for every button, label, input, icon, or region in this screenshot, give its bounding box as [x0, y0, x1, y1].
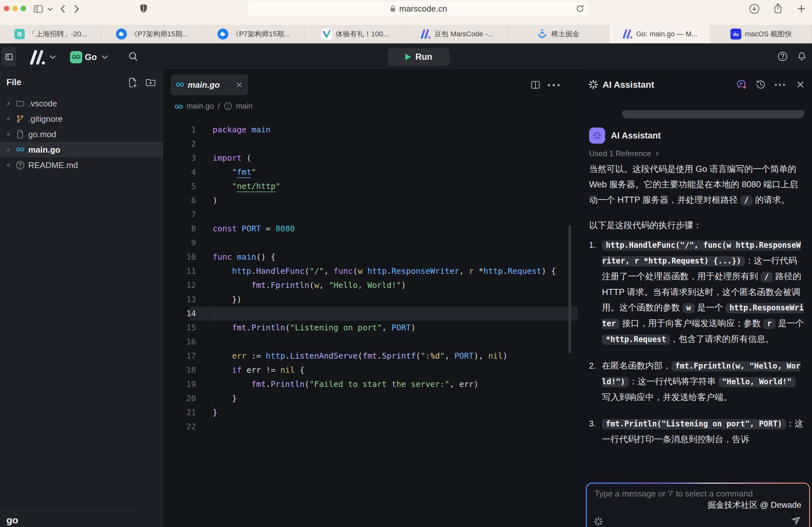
line-number: 11	[163, 264, 196, 278]
file-item-main-go[interactable]: GOmain.go	[0, 142, 163, 157]
reload-icon[interactable]	[576, 4, 584, 13]
file-item-readme-md[interactable]: README.md	[0, 157, 163, 173]
logo-chevron-icon[interactable]	[49, 54, 57, 60]
topbar-divider	[118, 51, 118, 63]
share-icon[interactable]	[773, 3, 782, 14]
breadcrumb-file[interactable]: main.go	[186, 102, 214, 111]
browser-tabstrip: B「上海招聘」-20...《P7架构师15期...《P7架构师15期...体验有…	[0, 25, 812, 43]
message-intro: 当然可以。这段代码是使用 Go 语言编写的一个简单的 Web 服务器。它的主要功…	[589, 161, 805, 208]
new-chat-icon[interactable]	[736, 79, 747, 90]
help-icon[interactable]	[778, 52, 787, 61]
file-item--vscode[interactable]: .vscode	[0, 96, 163, 111]
project-chevron-icon[interactable]	[101, 54, 108, 60]
golang-icon: GO	[15, 145, 25, 155]
file-panel-title: File	[6, 77, 21, 87]
tab-label: 《P7架构师15期...	[130, 29, 188, 39]
code-line: 2	[163, 137, 578, 151]
assistant-close-icon[interactable]	[796, 80, 805, 89]
line-number: 5	[163, 179, 196, 194]
message-text: 写入到响应中，并发送给客户端。	[602, 393, 732, 402]
sidebar-bottom-divider	[0, 512, 140, 512]
code-line: 6)	[163, 194, 578, 208]
panel-icon	[4, 53, 14, 61]
browser-tab[interactable]: 豆包 MarsCode -...	[406, 25, 508, 43]
browser-tab[interactable]: 体验有礼！100...	[304, 25, 406, 43]
inline-code-chip: w	[683, 303, 695, 313]
browser-tab[interactable]: dumacOS 截图快	[710, 25, 812, 43]
code-line: 22	[163, 420, 578, 434]
shield-icon[interactable]	[140, 3, 148, 13]
run-button[interactable]: Run	[388, 48, 450, 66]
checkv-favicon	[321, 29, 332, 40]
file-item-label: .gitignore	[28, 114, 63, 124]
code-line: 8const PORT = 8080	[163, 222, 578, 236]
inline-code-chip: /	[760, 272, 773, 282]
minimize-window-button[interactable]	[12, 6, 18, 11]
sidebar-chevron-icon[interactable]	[47, 7, 53, 12]
editor-tab-title: main.go	[188, 80, 232, 90]
browser-tab-active[interactable]: Go: main.go — M...	[609, 25, 710, 43]
search-icon[interactable]	[128, 51, 138, 62]
filedoc-icon	[15, 129, 25, 139]
message-text: 是一个	[776, 318, 804, 328]
line-number: 22	[163, 420, 196, 434]
send-icon[interactable]	[790, 513, 804, 527]
breadcrumb[interactable]: GO main.go / f main	[175, 100, 253, 113]
address-bar[interactable]: marscode.cn	[248, 1, 589, 16]
code-line-content: "fmt"	[196, 165, 256, 179]
assistant-more-icon[interactable]	[774, 83, 785, 87]
browser-tab[interactable]: 《P7架构师15期...	[203, 25, 304, 43]
code-line-content: fmt.Println("Failed to start the server:…	[196, 377, 479, 391]
split-editor-icon[interactable]	[530, 80, 541, 90]
line-number: 10	[163, 250, 196, 264]
branch-icon	[15, 114, 25, 124]
used-reference-toggle[interactable]: Used 1 Reference	[589, 149, 660, 158]
close-tab-icon[interactable]	[236, 81, 243, 88]
assistant-title: AI Assistant	[603, 80, 654, 90]
line-number: 19	[163, 377, 196, 391]
baidu-favicon: du	[730, 29, 741, 40]
code-line: 21}	[163, 405, 578, 420]
back-icon[interactable]	[60, 4, 66, 14]
browser-tab[interactable]: B「上海招聘」-20...	[0, 25, 102, 43]
forward-icon[interactable]	[74, 4, 79, 14]
editor-more-icon[interactable]	[547, 84, 560, 87]
file-item-go-mod[interactable]: go.mod	[0, 127, 163, 142]
code-area[interactable]: 1package main23import (4 "fmt"5 "net/htt…	[163, 116, 578, 527]
new-file-icon[interactable]	[127, 77, 138, 88]
zoom-window-button[interactable]	[20, 6, 26, 11]
boss-favicon: B	[14, 29, 25, 40]
ide-topbar: GO Go Run	[0, 43, 812, 70]
editor-tab-main-go[interactable]: GO main.go	[171, 74, 248, 95]
ai-sparkle-icon[interactable]	[594, 517, 603, 526]
ai-assistant-panel: AI Assistant AI Assistant Used 1 Referen…	[578, 70, 812, 527]
line-number: 20	[163, 391, 196, 405]
browser-tab[interactable]: 《P7架构师15期...	[102, 25, 203, 43]
marscode-logo[interactable]	[27, 49, 47, 66]
line-number: 3	[163, 151, 196, 165]
step-item: 在匿名函数内部，fmt.Fprintln(w, "Hello, World!")…	[589, 358, 805, 405]
notifications-bell-icon[interactable]	[797, 52, 807, 61]
breadcrumb-symbol[interactable]: main	[236, 102, 253, 111]
close-window-button[interactable]	[4, 6, 9, 11]
sidebar-panel-toggle-button[interactable]	[2, 47, 16, 67]
new-tab-icon[interactable]	[797, 4, 806, 14]
watermark-text: 掘金技术社区 @ Dewade	[595, 499, 801, 511]
step-item: fmt.Println("Listening on port", PORT)：这…	[589, 416, 805, 447]
chat-input[interactable]: Type a message or '/' to select a comman…	[587, 484, 809, 527]
editor-scrollbar[interactable]	[568, 225, 571, 354]
tab-label: 豆包 MarsCode -...	[434, 29, 493, 39]
tab-label: 「上海招聘」-20...	[29, 29, 87, 39]
downloads-icon[interactable]	[749, 3, 760, 14]
file-item--gitignore[interactable]: .gitignore	[0, 111, 163, 127]
code-line-content	[196, 208, 213, 222]
browser-tab[interactable]: 稀土掘金	[508, 25, 609, 43]
project-name[interactable]: Go	[85, 52, 97, 62]
play-icon	[405, 54, 411, 60]
new-folder-icon[interactable]	[145, 77, 156, 88]
line-number: 21	[163, 405, 196, 420]
ai-sparkle-icon	[593, 131, 601, 140]
sidebar-toggle-icon[interactable]	[33, 4, 43, 14]
history-icon[interactable]	[755, 79, 766, 90]
message-text: ，包含了请求的所有信息。	[670, 334, 774, 344]
